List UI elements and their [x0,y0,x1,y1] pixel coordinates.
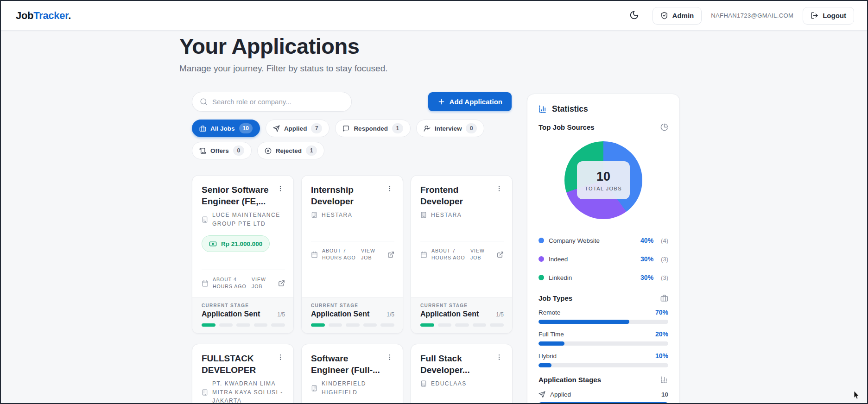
stage-row-value: 10 [661,391,668,398]
kebab-icon [277,187,284,194]
job-card[interactable]: Software Engineer (Full-... KINDERFIELD … [301,344,403,404]
job-type-label: Remote [539,309,560,316]
progress-fill [539,341,564,346]
add-application-button[interactable]: Add Application [428,92,512,111]
search-box [192,92,352,112]
application-stages-heading: Application Stages [539,376,601,384]
filter-label: Responded [354,125,388,132]
applications-grid: Senior Software Engineer (FE,... LUCE MA… [192,175,513,404]
stage-name: Application Sent [311,310,369,318]
card-menu-button[interactable] [385,184,394,195]
moon-icon [629,10,639,21]
job-title: Full Stack Developer... [420,353,494,376]
page-title: Your Applications [179,33,388,59]
admin-badge[interactable]: Admin [653,7,702,25]
statistics-title: Statistics [552,104,588,114]
card-menu-button[interactable] [276,184,285,195]
pie-chart-icon [660,123,668,131]
mouse-cursor [854,391,860,401]
external-link-icon[interactable] [497,251,504,258]
statistics-panel: Statistics Top Job Sources 10 TOTAL JOBS… [527,94,680,404]
building-icon [311,212,317,218]
job-types-heading: Job Types [539,294,572,302]
company-name: HESTARA [322,211,352,220]
job-type-percent: 10% [655,352,668,360]
send-icon [539,391,545,398]
topbar-actions: Admin NAFHAN1723@GMAIL.COM Logout [626,7,854,25]
filter-count-badge: 1 [392,123,403,133]
filter-count-badge: 10 [239,123,253,133]
card-menu-button[interactable] [494,184,504,195]
filter-label: Interview [435,125,462,132]
logout-icon [811,12,818,19]
calendar-icon [311,251,318,258]
filter-responded[interactable]: Responded 1 [335,120,411,137]
top-job-sources-heading: Top Job Sources [539,123,595,131]
posted-time: ABOUT 7 HOURS AGO [322,247,357,262]
search-input[interactable] [212,98,344,106]
stage-progress-segments [420,323,504,327]
job-title: Internship Developer [311,184,385,207]
banknote-icon [209,240,217,248]
theme-toggle-button[interactable] [626,7,643,25]
filter-all-jobs[interactable]: All Jobs 10 [192,120,260,137]
calendar-icon [202,280,209,287]
legend-percent: 30% [640,274,653,281]
topbar: JobTracker. Admin NAFHAN1723@GMAIL.COM L… [1,1,867,31]
card-menu-button[interactable] [276,353,285,363]
company-name: EDUCLAAS [431,379,467,388]
legend-dot [539,238,544,243]
total-jobs-label: TOTAL JOBS [585,186,622,191]
stage-progress-fraction: 1/5 [496,311,504,318]
logout-button-label: Logout [823,12,846,19]
progress-fill [539,320,629,324]
shield-check-icon [660,12,668,19]
job-card[interactable]: Internship Developer HESTARA [301,175,403,334]
external-link-icon[interactable] [387,251,394,258]
user-email: NAFHAN1723@GMAIL.COM [711,12,793,19]
stage-progress-fraction: 1/5 [277,311,285,318]
view-job-link[interactable]: VIEW JOB [470,247,493,262]
filter-rejected[interactable]: Rejected 1 [257,142,324,159]
filter-offers[interactable]: Offers 0 [192,142,252,159]
job-card[interactable]: FULLSTACK DEVELOPER PT. KWADRAN LIMA MIT… [192,344,294,404]
view-job-link[interactable]: VIEW JOB [361,247,383,262]
logo-part-tracker: Tracker [33,10,68,21]
card-stage-footer: CURRENT STAGE Application Sent 1/5 [411,297,512,333]
progress-track [539,341,668,346]
card-stage-footer: CURRENT STAGE Application Sent 1/5 [302,297,403,333]
job-card[interactable]: Full Stack Developer... EDUCLAAS [411,344,513,404]
app-window: JobTracker. Admin NAFHAN1723@GMAIL.COM L… [0,0,868,404]
filter-applied[interactable]: Applied 7 [266,120,330,137]
legend-count: (3) [661,274,668,281]
external-link-icon[interactable] [278,280,285,287]
job-type-label: Full Time [539,331,564,338]
filter-interview[interactable]: Interview 0 [416,120,485,137]
page-subtitle: Manage your journey. Filter by status to… [179,63,388,74]
salary-badge: Rp 21.000.000 [202,235,270,252]
building-icon [420,380,427,387]
filter-count-badge: 7 [311,123,322,133]
job-type-percent: 70% [655,309,668,316]
stage-progress-segments [311,323,394,327]
job-card[interactable]: Frontend Developer HESTARA [411,175,513,334]
legend-dot [539,256,544,262]
logout-button[interactable]: Logout [803,7,854,25]
view-job-link[interactable]: VIEW JOB [252,276,274,291]
stage-name: Application Sent [420,310,479,318]
legend-item: Company Website 40% (4) [539,231,668,250]
briefcase-icon [199,125,206,132]
job-title: Frontend Developer [420,184,494,207]
card-menu-button[interactable] [494,353,504,363]
posted-time: ABOUT 4 HOURS AGO [213,276,247,291]
building-icon [202,216,208,223]
circle-x-icon [265,147,272,154]
calendar-icon [420,251,427,258]
stage-label: CURRENT STAGE [311,303,394,308]
card-menu-button[interactable] [385,353,394,363]
legend-count: (3) [661,256,668,263]
send-icon [273,125,280,132]
filter-label: All Jobs [210,125,235,132]
job-title: FULLSTACK DEVELOPER [202,353,276,376]
job-card[interactable]: Senior Software Engineer (FE,... LUCE MA… [192,175,294,334]
